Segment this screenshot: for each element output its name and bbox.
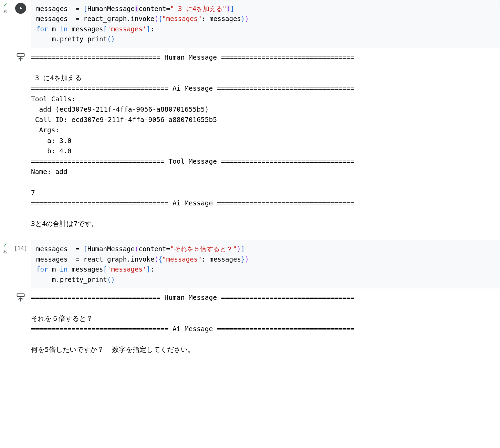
cell-exec-area xyxy=(10,2,31,14)
output-collapse-icon[interactable] xyxy=(16,293,25,304)
cell-output: ================================ Human M… xyxy=(31,291,500,359)
code-editor[interactable]: messages = [HumanMessage(content="それを５倍す… xyxy=(31,240,500,288)
execution-count[interactable]: [14] xyxy=(14,243,28,252)
status-seconds-label: 秒 xyxy=(3,249,7,254)
output-gutter xyxy=(0,291,31,304)
cell-input-row: ✓秒messages = [HumanMessage(content=" 3 に… xyxy=(0,0,500,48)
cell-gutter: ✓秒[14] xyxy=(0,240,31,254)
cell-output-row: ================================ Human M… xyxy=(0,51,500,234)
status-check-icon: ✓ xyxy=(3,2,7,8)
code-editor[interactable]: messages = [HumanMessage(content=" 3 に4を… xyxy=(31,0,500,48)
output-collapse-icon[interactable] xyxy=(16,52,25,64)
cell-status: ✓秒 xyxy=(0,242,10,254)
output-gutter xyxy=(0,51,31,64)
notebook-cell: ✓秒[14]messages = [HumanMessage(content="… xyxy=(0,240,500,359)
status-seconds-label: 秒 xyxy=(3,9,7,14)
cell-gutter: ✓秒 xyxy=(0,0,31,14)
notebook-cell: ✓秒messages = [HumanMessage(content=" 3 に… xyxy=(0,0,500,233)
svg-rect-2 xyxy=(17,294,24,297)
svg-rect-0 xyxy=(17,53,24,56)
cell-output: ================================ Human M… xyxy=(31,51,500,234)
cell-exec-area: [14] xyxy=(10,242,31,254)
status-check-icon: ✓ xyxy=(3,242,7,248)
cell-input-row: ✓秒[14]messages = [HumanMessage(content="… xyxy=(0,240,500,288)
run-cell-button[interactable] xyxy=(15,3,26,14)
cell-output-row: ================================ Human M… xyxy=(0,291,500,359)
cell-status: ✓秒 xyxy=(0,2,10,14)
